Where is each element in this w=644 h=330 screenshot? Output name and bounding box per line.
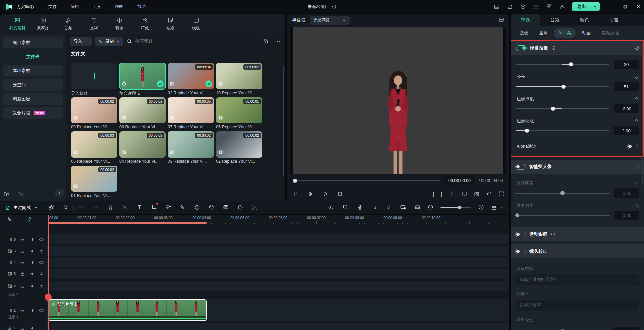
eye-icon[interactable] bbox=[39, 249, 44, 254]
inspector-subtab-AI工具[interactable]: AI工具 bbox=[554, 28, 576, 38]
media-tab-stock-media[interactable]: 素材库 bbox=[31, 17, 55, 31]
inspector-tab-音频[interactable]: 音频 bbox=[540, 14, 570, 26]
tolerance-slider[interactable] bbox=[516, 84, 609, 89]
lock-icon[interactable] bbox=[20, 260, 25, 265]
track-lane-video4[interactable] bbox=[47, 257, 509, 267]
keyframe-diamond-icon[interactable] bbox=[634, 75, 639, 79]
sidebar-item-复合片段[interactable]: 复合片段NEW bbox=[3, 107, 63, 119]
keyframe-diamond-icon[interactable] bbox=[634, 97, 639, 101]
marker-flag-icon[interactable] bbox=[342, 204, 348, 211]
undo-icon[interactable] bbox=[78, 204, 85, 211]
zoom-in-icon[interactable] bbox=[478, 204, 484, 211]
track-lane-video2[interactable] bbox=[47, 281, 509, 291]
track-manager-button[interactable] bbox=[491, 205, 504, 211]
focus-icon[interactable] bbox=[252, 204, 258, 211]
media-tab-text[interactable]: 文字 bbox=[82, 17, 106, 31]
lock-icon[interactable] bbox=[20, 308, 25, 313]
render-icon[interactable] bbox=[328, 204, 334, 211]
menu-帮助[interactable]: 帮助 bbox=[130, 0, 152, 13]
sidebar-item-文件夹[interactable]: 文件夹 bbox=[3, 51, 63, 62]
media-item[interactable]: 00:00:0202 Replace Your Vi... bbox=[216, 131, 262, 166]
speed-icon[interactable] bbox=[194, 204, 200, 211]
chevron-down-icon[interactable] bbox=[559, 46, 564, 50]
speaker-icon[interactable] bbox=[30, 249, 35, 254]
color-icon[interactable] bbox=[208, 204, 215, 211]
display-icon[interactable] bbox=[494, 4, 500, 10]
next-frame-icon[interactable] bbox=[307, 190, 314, 198]
lock-icon[interactable] bbox=[20, 237, 25, 242]
eye-icon[interactable] bbox=[39, 271, 44, 276]
menu-视图[interactable]: 视图 bbox=[108, 0, 130, 13]
grid-scrollbar[interactable] bbox=[283, 66, 284, 176]
redo-icon[interactable] bbox=[93, 204, 99, 211]
voiceover-icon[interactable] bbox=[357, 204, 363, 211]
eye-icon[interactable] bbox=[39, 308, 44, 313]
text-icon[interactable] bbox=[136, 204, 143, 211]
motion-tracking-toggle[interactable] bbox=[515, 232, 526, 237]
chevron-down-icon[interactable] bbox=[34, 205, 38, 210]
speech-to-text-icon[interactable] bbox=[165, 204, 171, 211]
edge-feather-slider[interactable] bbox=[516, 128, 609, 133]
media-tab-effects[interactable]: 特效 bbox=[133, 17, 157, 31]
display-mode-icon[interactable] bbox=[461, 191, 467, 197]
select-icon[interactable] bbox=[62, 204, 69, 211]
inspector-subtab-动画[interactable]: 动画 bbox=[578, 28, 595, 38]
media-item[interactable]: 导入媒体 bbox=[71, 63, 117, 97]
lock-icon[interactable] bbox=[20, 326, 25, 330]
lens-correction-toggle[interactable] bbox=[515, 249, 526, 254]
eye-icon[interactable] bbox=[39, 284, 44, 289]
speaker-icon[interactable] bbox=[30, 237, 35, 242]
more-icon[interactable] bbox=[275, 38, 281, 44]
timeline-zoom-slider[interactable] bbox=[440, 206, 471, 210]
chroma-strength-value[interactable]: 20 bbox=[614, 60, 639, 69]
chroma-strength-slider[interactable] bbox=[516, 62, 609, 67]
track-lane-video6[interactable] bbox=[47, 234, 509, 244]
info-icon[interactable] bbox=[551, 46, 556, 50]
share-icon[interactable] bbox=[520, 4, 526, 10]
crop-icon[interactable] bbox=[151, 204, 157, 211]
menu-工具[interactable]: 工具 bbox=[86, 0, 108, 13]
edge-thickness-value[interactable]: -2.00 bbox=[614, 104, 639, 113]
inspector-subtab-基础[interactable]: 基础 bbox=[515, 28, 533, 38]
lock-icon[interactable] bbox=[20, 271, 25, 276]
menu-文件[interactable]: 文件 bbox=[42, 0, 64, 13]
media-tab-music[interactable]: 音频 bbox=[56, 17, 80, 31]
layout-icon[interactable] bbox=[48, 204, 54, 211]
link-clips-icon[interactable] bbox=[26, 216, 32, 222]
maximize-button[interactable] bbox=[623, 4, 627, 9]
speaker-icon[interactable] bbox=[30, 326, 35, 330]
fullscreen-icon[interactable] bbox=[498, 191, 504, 197]
duplicate-track-icon[interactable] bbox=[7, 216, 13, 222]
inspector-scrollbar[interactable] bbox=[642, 44, 643, 185]
media-tab-transition[interactable]: 转场 bbox=[107, 17, 131, 31]
preview-render-icon[interactable] bbox=[400, 204, 406, 211]
edge-thickness-slider[interactable] bbox=[516, 106, 609, 111]
info-icon[interactable] bbox=[551, 232, 555, 237]
media-item[interactable]: 复合片段 1 bbox=[119, 63, 166, 97]
tolerance-value[interactable]: 51 bbox=[614, 82, 639, 91]
inspector-tab-变速[interactable]: 变速 bbox=[599, 14, 629, 26]
media-tab-my-media[interactable]: 我的素材 bbox=[5, 17, 30, 31]
speaker-icon[interactable] bbox=[30, 271, 35, 276]
prev-frame-icon[interactable] bbox=[292, 190, 300, 198]
split-icon[interactable] bbox=[122, 204, 128, 211]
keyframe-diamond-icon[interactable] bbox=[634, 119, 639, 123]
media-item[interactable]: 00:00:0204 Replace Your Vi... bbox=[119, 131, 166, 166]
export-chevron-icon[interactable] bbox=[590, 4, 600, 9]
speaker-icon[interactable] bbox=[30, 284, 35, 289]
stop-icon[interactable] bbox=[336, 190, 344, 198]
media-item[interactable]: 00:00:0507 Replace Your Vi... bbox=[168, 97, 214, 131]
media-item[interactable]: 00:00:0305 Replace Your Vi... bbox=[71, 131, 117, 166]
eye-icon[interactable] bbox=[39, 260, 44, 265]
sidebar-item-本地素材[interactable]: 本地素材 bbox=[3, 65, 63, 76]
edge-feather-value[interactable]: 2.00 bbox=[614, 126, 639, 135]
minimize-button[interactable]: — bbox=[609, 4, 614, 9]
scopes-icon[interactable] bbox=[498, 17, 504, 23]
mark-in-icon[interactable]: { bbox=[433, 191, 434, 197]
quality-dropdown[interactable]: 完整画质 bbox=[310, 16, 350, 25]
delete-icon[interactable] bbox=[107, 204, 114, 211]
seek-thumb[interactable] bbox=[293, 179, 297, 183]
lock-icon[interactable] bbox=[20, 284, 25, 289]
media-item[interactable]: 00:00:0106 Replace Your Vi... bbox=[216, 97, 262, 131]
seek-bar[interactable] bbox=[293, 180, 440, 181]
